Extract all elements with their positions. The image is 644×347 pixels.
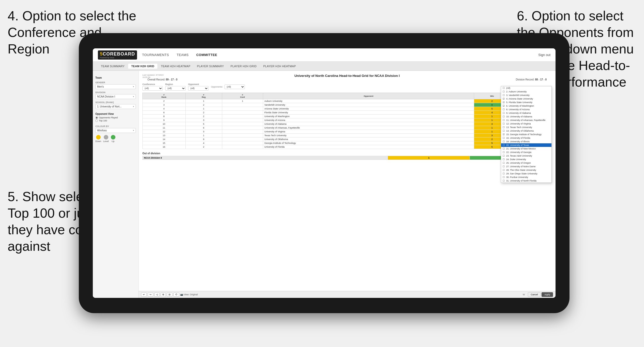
opponent-dropdown[interactable]: ☐(All)☐2. Auburn University☐3. Vanderbil… <box>501 86 552 183</box>
radio-dot-unselected <box>95 119 98 122</box>
sidebar-school-select[interactable]: 1. University of Nort... <box>95 104 136 109</box>
main-content: Team Gender Men's Division NCAA Division… <box>93 71 556 298</box>
sidebar-team-label: Team <box>95 76 136 79</box>
table-row: 10 <box>143 122 186 126</box>
dropdown-item[interactable]: ☑5. Florida State University <box>501 101 551 104</box>
out-of-division-label: Out of division <box>142 152 552 155</box>
th-opponent: Opponent <box>263 93 474 99</box>
sidebar-division-select[interactable]: NCAA Division I <box>95 94 136 99</box>
table-row: 11 <box>143 126 186 130</box>
filter-opponent-select[interactable]: (All) <box>188 86 208 91</box>
legend-label-down: Down <box>95 140 101 143</box>
toolbar-view-label: 📷 View: Original <box>180 293 198 296</box>
table-row: 16 <box>143 145 186 149</box>
dropdown-item[interactable]: ☐23. Texas A&M University <box>501 154 551 158</box>
filter-conference-wrap: (All) <box>142 86 163 91</box>
dropdown-item[interactable]: ☐22. University of Georgia <box>501 150 551 154</box>
dropdown-item[interactable]: ☐14. University of Oklahoma <box>501 129 551 133</box>
filter-group-conference: Conference (All) <box>142 83 163 91</box>
toolbar-clock[interactable]: ⏱ <box>173 293 179 297</box>
th-reg: # Reg <box>185 93 222 99</box>
tablet-frame: 5COREBOARD Powered by cloud TOURNAMENTS … <box>79 33 570 313</box>
sidebar-gender-select[interactable]: Men's <box>95 84 136 89</box>
overall-record-label: Overall Record: <box>147 78 165 81</box>
dropdown-item[interactable]: ☐20. University of Texas <box>501 143 551 147</box>
nav-teams[interactable]: TEAMS <box>177 53 189 57</box>
table-row: 15 <box>143 141 186 145</box>
dropdown-item[interactable]: ☐12. University of Virginia <box>501 122 551 126</box>
toolbar-redo[interactable]: ↪ <box>148 293 153 297</box>
record-row: Overall Record: 89 - 17 - 0 Division Rec… <box>142 78 552 81</box>
table-row: 13 <box>143 134 186 137</box>
dropdown-item[interactable]: ☐11. University of Arkansas, Fayettevill… <box>501 118 551 122</box>
dropdown-item[interactable]: ☐9. University of Alabama <box>501 111 551 115</box>
cancel-button[interactable]: Cancel <box>528 292 541 297</box>
filter-opponent-label: Opponent <box>188 83 208 86</box>
dropdown-item[interactable]: ☐(All) <box>501 86 551 90</box>
opponents-label: Opponents: (All) <box>211 85 245 89</box>
table-row: 6 <box>143 111 186 115</box>
sidebar: Team Gender Men's Division NCAA Division… <box>93 71 139 298</box>
dropdown-item[interactable]: ☐25. University of Oregon <box>501 161 551 165</box>
dropdown-item[interactable]: ☐31. University of North Florida <box>501 179 551 183</box>
toolbar-copy[interactable]: ⧉ <box>161 293 166 297</box>
dropdown-item[interactable]: ☐28. The Ohio State University <box>501 168 551 172</box>
opponents-select[interactable]: (All) <box>224 85 245 89</box>
division-record-label: Division Record: <box>516 78 534 81</box>
radio-label-top100: Top 100 <box>99 119 107 122</box>
th-rank: # Rank <box>143 93 186 99</box>
dropdown-item[interactable]: ☐13. Texas Tech University <box>501 126 551 129</box>
filter-conference-label: Conference <box>142 83 163 86</box>
sec-nav-team-h2h-heatmap[interactable]: TEAM H2H HEATMAP <box>158 64 193 69</box>
legend-row: Down Level Up <box>95 135 136 143</box>
legend-circle-level <box>104 135 108 140</box>
dropdown-item[interactable]: ☐27. University of Notre Dame <box>501 165 551 168</box>
legend-down: Down <box>95 135 101 143</box>
dropdown-item[interactable]: ☐30. Purdue University <box>501 175 551 179</box>
sec-nav-team-summary[interactable]: TEAM SUMMARY <box>98 64 128 69</box>
dropdown-item[interactable]: ☑4. Arizona State University <box>501 97 551 101</box>
sec-nav-player-h2h-grid[interactable]: PLAYER H2H GRID <box>228 64 260 69</box>
sidebar-school-label: School (Rank) <box>95 101 136 104</box>
dropdown-item[interactable]: ☐29. San Diego State University <box>501 172 551 175</box>
sec-nav-player-h2h-heatmap[interactable]: PLAYER H2H HEATMAP <box>260 64 299 69</box>
nav-committee[interactable]: COMMITTEE <box>196 53 217 57</box>
toolbar-dash[interactable]: ⊟ <box>167 293 172 297</box>
filter-group-region: Region (All) <box>165 83 186 91</box>
table-row: 8 <box>143 115 186 118</box>
toolbar-w-label: W <box>523 293 525 296</box>
dropdown-item[interactable]: ☐18. University of Illinois <box>501 140 551 143</box>
logo: 5COREBOARD Powered by cloud <box>98 50 137 60</box>
table-row: 4 <box>143 107 186 111</box>
division-record: Division Record: 88 - 17 - 0 <box>516 78 547 81</box>
sidebar-colour-label: Colour by <box>95 125 136 128</box>
dropdown-item[interactable]: ☐8. University of Arizona <box>501 108 551 111</box>
sidebar-radio-top100[interactable]: Top 100 <box>95 119 136 122</box>
legend-level: Level <box>103 135 109 143</box>
filter-row: Conference (All) Region (All) <box>142 83 552 91</box>
dropdown-item[interactable]: ☐16. University of Florida <box>501 136 551 140</box>
dropdown-item[interactable]: ☐21. University of New Mexico <box>501 147 551 150</box>
dropdown-item[interactable]: ☑15. Georgia Institute of Technology <box>501 133 551 136</box>
dropdown-item[interactable]: ☐10. University of Alabama <box>501 115 551 118</box>
last-updated: Last Updated: 4/7/2024 16:55:38 <box>142 74 163 78</box>
h2h-table: # Rank # Reg # Conf Opponent Win Loss 21… <box>142 93 552 149</box>
dropdown-item[interactable]: ☐24. Duke University <box>501 158 551 161</box>
sec-nav-team-h2h-grid[interactable]: TEAM H2H GRID <box>128 64 157 69</box>
dropdown-item[interactable]: ☐3. Vanderbilt University <box>501 93 551 97</box>
legend-label-up: Up <box>112 140 115 143</box>
nav-tournaments[interactable]: TOURNAMENTS <box>142 53 169 57</box>
sec-nav-player-summary[interactable]: PLAYER SUMMARY <box>194 64 227 69</box>
dropdown-item[interactable]: ☑6. University of Washington <box>501 104 551 108</box>
nav-signout[interactable]: Sign out <box>538 53 550 57</box>
toolbar-bar: ↩ ↪ ◁ ⧉ ⊟ ⏱ 📷 View: Original W Cancel Ap… <box>139 291 556 298</box>
sidebar-radio-opponents-played[interactable]: Opponents Played <box>95 116 136 119</box>
sidebar-colour-select[interactable]: Win/loss <box>95 128 136 133</box>
nav-links: TOURNAMENTS TEAMS COMMITTEE <box>142 53 217 57</box>
filter-region-select[interactable]: (All) <box>165 86 186 91</box>
dropdown-item[interactable]: ☐2. Auburn University <box>501 90 551 93</box>
filter-conference-select[interactable]: (All) <box>142 86 163 91</box>
toolbar-back[interactable]: ◁ <box>154 293 160 297</box>
apply-button[interactable]: Apply <box>542 292 553 297</box>
toolbar-undo[interactable]: ↩ <box>141 293 147 297</box>
